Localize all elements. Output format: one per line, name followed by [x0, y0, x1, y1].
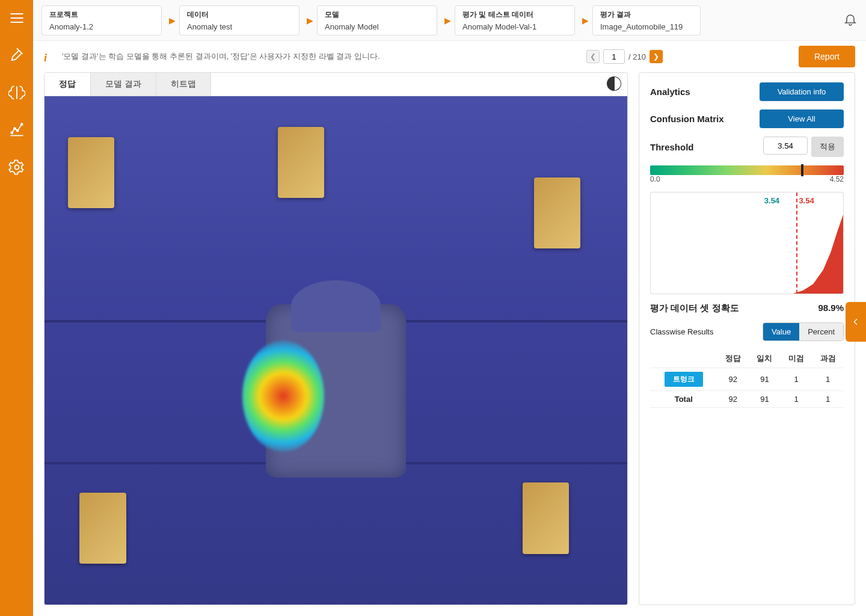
compare-toggle-icon[interactable] [607, 76, 621, 91]
pager-prev-button[interactable]: ❮ [586, 50, 600, 63]
robot-icon [68, 137, 115, 208]
crumb-value: Anomaly-1.2 [49, 22, 154, 31]
svg-point-3 [20, 123, 22, 125]
crumb-value: Anomaly Model [325, 22, 429, 31]
cell: 92 [717, 391, 749, 408]
crumb-data[interactable]: 데이터 Anomaly test [179, 5, 299, 35]
anomaly-heat-blob [242, 340, 324, 452]
table-row: 트렁크 92 91 1 1 [650, 368, 844, 391]
crumb-project[interactable]: 프로젝트 Anomaly-1.2 [41, 5, 162, 35]
info-row: i '모델 결과'는 학습 모델을 통해 추론된 결과이며, '정답'은 사용자… [33, 41, 866, 72]
pager: ❮ / 210 ❯ [586, 49, 663, 64]
svg-point-4 [14, 165, 19, 170]
cell: 1 [812, 368, 844, 391]
analytics-title: Analytics [650, 87, 690, 97]
report-button[interactable]: Report [799, 46, 855, 67]
pen-tool-icon[interactable] [6, 45, 28, 66]
segment-percent-button[interactable]: Percent [799, 323, 843, 340]
col-miss: 미검 [781, 350, 812, 368]
classwise-title: Classwise Results [650, 327, 713, 336]
breadcrumb-bar: 프로젝트 Anomaly-1.2 ▶ 데이터 Anomaly test ▶ 모델… [33, 0, 866, 41]
table-row: Total 92 91 1 1 [650, 391, 844, 408]
tab-ground-truth[interactable]: 정답 [45, 73, 91, 96]
left-nav-rail [0, 0, 33, 616]
cell: 91 [749, 391, 781, 408]
chevron-right-icon: ▶ [169, 16, 176, 25]
settings-icon[interactable] [6, 156, 28, 178]
cell: 1 [781, 368, 812, 391]
value-percent-toggle: Value Percent [763, 322, 844, 341]
gradient-min-label: 0.0 [650, 175, 660, 183]
col-over: 과검 [812, 350, 844, 368]
distribution-curve [793, 215, 843, 294]
image-panel: 정답 모델 결과 히트맵 [44, 72, 628, 605]
threshold-gradient-bar[interactable] [650, 165, 844, 175]
crumb-evaluation-data[interactable]: 평가 및 테스트 데이터 Anomaly Model-Val-1 [455, 5, 575, 35]
confusion-matrix-title: Confusion Matrix [650, 114, 724, 124]
crumb-label: 데이터 [187, 10, 292, 20]
threshold-title: Threshold [650, 142, 694, 152]
cell: 91 [749, 368, 781, 391]
crumb-model[interactable]: 모델 Anomaly Model [317, 5, 437, 35]
threshold-vertical-line [796, 192, 797, 294]
col-truth: 정답 [717, 350, 749, 368]
crumb-evaluation-result[interactable]: 평가 결과 Image_Automobile_119 [592, 5, 701, 35]
body-row: 정답 모델 결과 히트맵 [33, 72, 866, 616]
accuracy-label: 평가 데이터 셋 정확도 [650, 303, 739, 314]
chevron-right-icon: ▶ [307, 16, 313, 25]
tab-model-result[interactable]: 모델 결과 [91, 73, 156, 96]
crumb-label: 프로젝트 [49, 10, 154, 20]
chevron-right-icon: ▶ [582, 16, 589, 25]
validation-info-button[interactable]: Validation info [760, 82, 844, 101]
accuracy-value: 98.9% [818, 303, 844, 314]
brain-icon[interactable] [6, 82, 28, 103]
robot-icon [278, 127, 325, 198]
table-header-row: 정답 일치 미검 과검 [650, 350, 844, 368]
gradient-max-label: 4.52 [830, 175, 844, 183]
class-total: Total [650, 391, 717, 408]
segment-value-button[interactable]: Value [763, 323, 799, 340]
heatmap-scene [45, 96, 627, 605]
cell: 1 [812, 391, 844, 408]
pager-total: / 210 [628, 52, 646, 61]
robot-icon [79, 493, 126, 564]
notifications-icon[interactable] [843, 12, 858, 28]
robot-icon [523, 482, 570, 553]
threshold-value-right: 3.54 [799, 196, 814, 205]
threshold-marker[interactable] [801, 164, 803, 176]
view-all-button[interactable]: View All [760, 109, 844, 128]
threshold-input[interactable] [763, 137, 808, 155]
robot-icon [534, 177, 581, 248]
crumb-value: Anomaly Model-Val-1 [462, 22, 567, 31]
analytics-panel: Analytics Validation info Confusion Matr… [639, 72, 855, 605]
col-match: 일치 [749, 350, 781, 368]
threshold-value-left: 3.54 [764, 196, 779, 205]
crumb-label: 평가 결과 [600, 10, 693, 20]
threshold-apply-button[interactable]: 적용 [811, 137, 844, 157]
side-drawer-handle[interactable] [846, 302, 866, 342]
menu-icon[interactable] [6, 7, 28, 29]
col-class [650, 350, 717, 368]
cell: 92 [717, 368, 749, 391]
crumb-value: Anomaly test [187, 22, 292, 31]
score-distribution-chart: 3.54 3.54 [650, 192, 844, 294]
pager-current-input[interactable] [603, 49, 625, 64]
crumb-label: 모델 [325, 10, 429, 20]
cell: 1 [781, 391, 812, 408]
classwise-results-table: 정답 일치 미검 과검 트렁크 92 91 1 1 Tota [650, 350, 844, 408]
crumb-value: Image_Automobile_119 [600, 22, 693, 31]
image-viewport[interactable] [45, 96, 627, 605]
info-text: '모델 결과'는 학습 모델을 통해 추론된 결과이며, '정답'은 사용자가 … [62, 51, 380, 62]
analytics-icon[interactable] [6, 119, 28, 141]
image-tabs: 정답 모델 결과 히트맵 [45, 73, 627, 96]
info-icon: i [44, 52, 54, 61]
crumb-label: 평가 및 테스트 데이터 [462, 10, 567, 20]
tab-heatmap[interactable]: 히트맵 [156, 73, 211, 96]
chevron-right-icon: ▶ [444, 16, 451, 25]
pager-next-button[interactable]: ❯ [650, 50, 663, 63]
main-content: i '모델 결과'는 학습 모델을 통해 추론된 결과이며, '정답'은 사용자… [33, 41, 866, 616]
class-chip: 트렁크 [665, 372, 703, 387]
